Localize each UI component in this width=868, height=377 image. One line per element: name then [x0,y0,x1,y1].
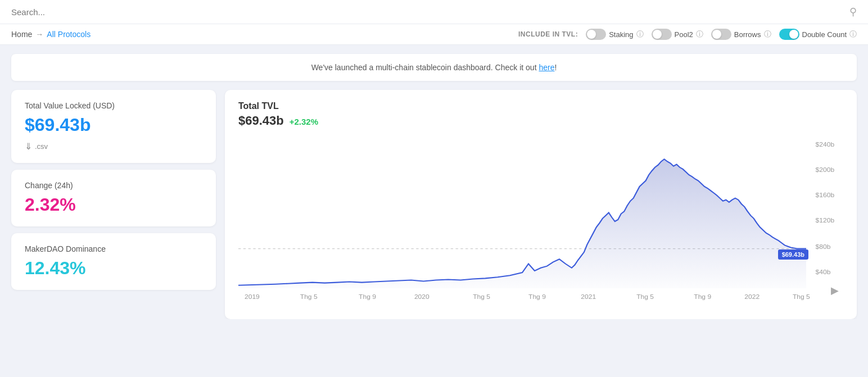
dominance-card: MakerDAO Dominance 12.43% [11,233,216,290]
double-count-help-icon[interactable]: ⓘ [849,29,857,39]
pool2-toggle-group: Pool2 ⓘ [652,29,703,40]
y-label-240: $240b [816,140,835,148]
pool2-label: Pool2 [675,30,693,39]
x-label-thg5-2: Thg 5 [473,293,490,300]
breadcrumb-current[interactable]: All Protocols [47,30,91,39]
chart-value: $69.43b [238,113,284,128]
x-label-2021: 2021 [581,293,596,300]
csv-label: .csv [35,142,48,151]
double-count-label: Double Count [802,30,847,39]
staking-help-icon[interactable]: ⓘ [636,29,644,39]
x-label-thg9-3: Thg 9 [694,293,711,300]
change-card: Change (24h) 2.32% [11,170,216,226]
x-label-thg5-1: Thg 5 [300,293,318,300]
double-count-toggle-knob [789,30,798,39]
header: Home → All Protocols INCLUDE IN TVL: Sta… [0,24,868,45]
search-input[interactable] [11,7,849,17]
y-label-80: $80b [816,243,831,250]
chart-forward-button[interactable]: ▶ [831,284,839,297]
tvl-label: Total Value Locked (USD) [25,101,202,110]
chart-container: $240b $200b $160b $120b $80b $40b 2019 T… [238,137,843,308]
borrows-toggle[interactable] [711,29,731,40]
breadcrumb-arrow: → [35,30,43,39]
pool2-toggle[interactable] [652,29,672,40]
y-label-120: $120b [816,216,835,224]
current-value-badge: $69.43b [778,249,808,260]
y-label-200: $200b [816,166,835,173]
search-bar: ⚲ [0,0,868,24]
tvl-controls: INCLUDE IN TVL: Staking ⓘ Pool2 ⓘ Borrow… [518,29,857,40]
banner-link[interactable]: here [539,63,554,72]
staking-label: Staking [609,30,633,39]
chart-value-row: $69.43b +2.32% [238,113,843,128]
x-label-2019: 2019 [245,293,260,300]
staking-toggle-knob [587,30,596,39]
pool2-toggle-knob [653,30,662,39]
main-content: Total Value Locked (USD) $69.43b ⇓ .csv … [11,90,857,319]
csv-button[interactable]: ⇓ .csv [25,141,202,152]
x-label-2020: 2020 [414,293,430,300]
borrows-toggle-group: Borrows ⓘ [711,29,771,40]
banner-text: We've launched a multi-chain stablecoin … [311,63,539,72]
pool2-help-icon[interactable]: ⓘ [696,29,703,39]
x-label-thg5-4: Thg 5 [793,293,810,300]
tvl-value: $69.43b [25,115,202,135]
change-label: Change (24h) [25,181,202,190]
left-panel: Total Value Locked (USD) $69.43b ⇓ .csv … [11,90,225,319]
x-label-thg5-3: Thg 5 [636,293,654,300]
chart-panel: Total TVL $69.43b +2.32% $240b $200b [225,90,857,319]
search-icon: ⚲ [849,6,857,18]
breadcrumb: Home → All Protocols [11,30,91,39]
staking-toggle-group: Staking ⓘ [586,29,643,40]
y-label-160: $160b [816,191,835,198]
staking-toggle[interactable] [586,29,606,40]
banner-suffix: ! [554,63,557,72]
tvl-card: Total Value Locked (USD) $69.43b ⇓ .csv [11,90,216,163]
change-value: 2.32% [25,194,202,215]
chart-change: +2.32% [290,117,318,126]
dominance-value: 12.43% [25,258,202,279]
download-icon: ⇓ [25,141,32,152]
borrows-label: Borrows [734,30,761,39]
y-label-40: $40b [816,268,831,275]
double-count-toggle-group: Double Count ⓘ [779,29,857,40]
borrows-help-icon[interactable]: ⓘ [764,29,771,39]
breadcrumb-home[interactable]: Home [11,30,32,39]
x-label-thg9-1: Thg 9 [359,293,376,300]
double-count-toggle[interactable] [779,29,799,40]
borrows-toggle-knob [712,30,721,39]
chart-title: Total TVL [238,101,843,111]
dominance-label: MakerDAO Dominance [25,244,202,253]
x-label-2022: 2022 [744,293,760,300]
announcement-banner: We've launched a multi-chain stablecoin … [11,54,857,81]
tvl-include-label: INCLUDE IN TVL: [518,30,578,38]
tvl-chart: $240b $200b $160b $120b $80b $40b 2019 T… [238,137,843,306]
x-label-thg9-2: Thg 9 [528,293,546,300]
